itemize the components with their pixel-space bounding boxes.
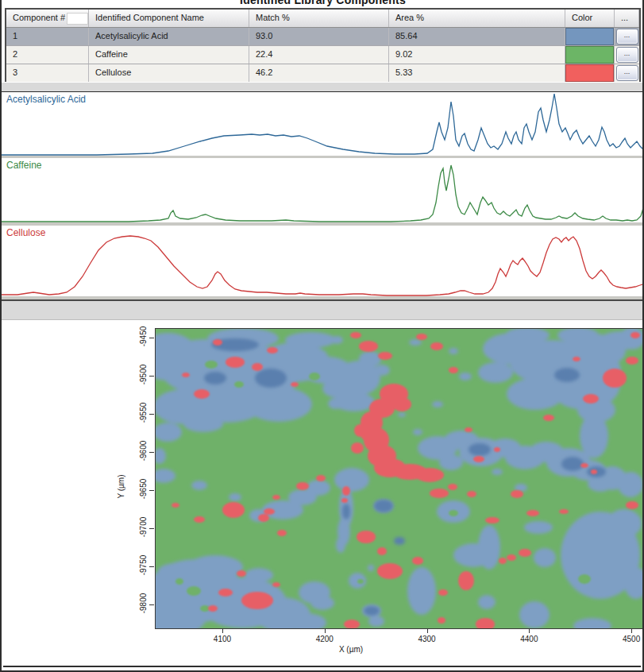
y-axis-tick [149,566,154,567]
column-header-identified-component-name[interactable]: Identified Component Name [89,10,249,27]
column-header-more[interactable]: ... [615,10,639,27]
y-axis-tick [149,338,154,338]
x-axis-tick [325,629,326,633]
column-header-color[interactable]: Color [565,10,615,27]
table-row-1[interactable]: 1Acetylsalicylic Acid93.085.64... [6,28,639,46]
component-header-editbox[interactable] [67,13,88,25]
y-axis-tick-label: -9550 [139,400,148,427]
color-picker-cell: ... [615,28,639,45]
color-cell [565,28,615,45]
x-axis-tick [529,629,530,633]
component-name-cell: Cellulose [89,64,249,82]
component-name-cell: Acetylsalicylic Acid [89,28,249,45]
color-picker-cell: ... [615,64,639,82]
x-axis-tick [427,629,428,633]
spectrum-label: Caffeine [6,160,41,171]
chemical-map-plot[interactable] [155,328,643,629]
chemical-map-area: Y (µm) X (µm) -9450-9500-9550-9600-9650-… [2,320,644,666]
spectrum-label: Acetylsalicylic Acid [6,94,86,105]
component-name-cell: Caffeine [89,46,249,64]
spectrum-panel-cellulose: Cellulose [2,226,644,299]
window-bottom-border [3,666,641,667]
color-cell [565,46,615,64]
y-axis-tick-label: -9750 [139,552,148,579]
y-axis-tick [149,490,154,491]
x-axis-label: X (µm) [339,645,363,654]
page-title: Identified Library Components [5,0,641,6]
spectrum-panel-acetylsalicylic-acid: Acetylsalicylic Acid [2,91,644,159]
y-axis-tick [149,604,154,605]
spectrum-panel-caffeine: Caffeine [2,158,644,226]
y-axis-tick-label: -9650 [139,476,148,503]
component-number-cell: 2 [6,46,89,64]
table-body: 1Acetylsalicylic Acid93.085.64...2Caffei… [6,28,639,82]
match-percent-cell: 93.0 [249,28,389,45]
table-row-2[interactable]: 2Caffeine22.49.02... [6,46,639,64]
match-percent-cell: 46.2 [249,64,389,82]
area-percent-cell: 5.33 [389,64,565,82]
color-picker-button[interactable]: ... [616,65,638,81]
color-picker-button[interactable]: ... [616,47,638,63]
x-axis-tick-label: 4100 [214,635,231,643]
color-swatch [565,64,614,82]
table-row-3[interactable]: 3Cellulose46.25.33... [6,64,639,82]
y-axis-tick [149,414,154,415]
color-swatch [565,46,614,64]
x-axis-tick-label: 4500 [623,635,640,643]
page-title-clipped: Identified Library Components [5,0,641,7]
y-axis-tick [149,528,154,529]
x-axis-tick [222,629,223,633]
area-percent-cell: 9.02 [389,46,565,64]
component-number-cell: 3 [6,64,89,82]
area-percent-cell: 85.64 [389,28,565,45]
spectrum-plot [2,92,644,159]
y-axis-tick-label: -9800 [139,590,148,617]
y-axis-tick-label: -9500 [139,361,148,388]
spectrum-label: Cellulose [6,227,45,238]
color-cell [565,64,615,82]
y-axis-tick [149,452,154,453]
column-header-match[interactable]: Match % [249,10,389,27]
map-image[interactable] [156,329,642,628]
splitter-bar-bottom[interactable] [2,299,644,320]
x-axis-tick-label: 4200 [316,635,334,643]
column-header-area[interactable]: Area % [389,10,565,27]
x-axis-tick [631,629,632,633]
color-swatch [565,28,614,45]
y-axis-tick-label: -9600 [139,438,148,465]
y-axis-tick-label: -9700 [139,514,148,541]
components-table: Component #Identified Component NameMatc… [5,8,641,82]
match-percent-cell: 22.4 [249,46,389,64]
color-picker-cell: ... [615,46,639,64]
y-axis-label: Y (µm) [117,474,125,498]
color-picker-button[interactable]: ... [616,29,638,44]
spectrum-plot [2,226,644,299]
table-header-row: Component #Identified Component NameMatc… [6,10,639,28]
application-window: Identified Library Components Component … [0,0,644,672]
spectrum-plot [2,158,644,226]
x-axis-tick-label: 4300 [418,635,435,643]
y-axis-tick-label: -9450 [139,323,148,350]
y-axis-tick [149,376,154,377]
x-axis-tick-label: 4400 [520,635,538,643]
component-number-cell: 1 [6,28,89,45]
